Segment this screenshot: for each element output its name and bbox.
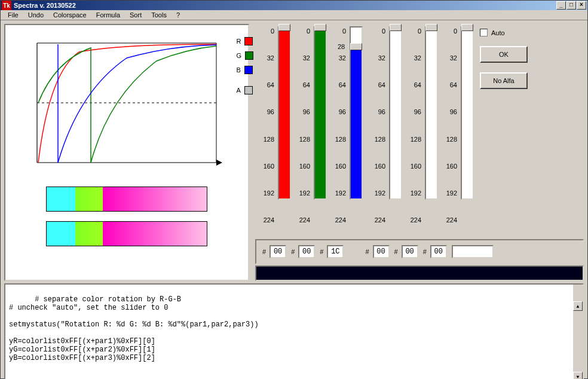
tick-label: 64: [291, 81, 314, 88]
gradient-preview-1: [46, 187, 207, 212]
close-button[interactable]: ×: [577, 1, 586, 10]
menubar: File Undo Colorspace Formula Sort Tools …: [1, 10, 587, 20]
tick-label: 64: [438, 81, 461, 88]
titlebar: Tk Spectra v. 20130522 _ □ ×: [1, 1, 587, 10]
tick-label: 0: [438, 27, 461, 35]
curve-graph: [25, 37, 228, 175]
ok-button[interactable]: OK: [480, 46, 528, 63]
hex-input-row: # # # # # #: [255, 239, 584, 264]
r-slider[interactable]: [278, 26, 291, 200]
r-slider-thumb[interactable]: [278, 24, 290, 31]
g-slider[interactable]: [314, 26, 327, 200]
tick-label: 160: [291, 163, 314, 170]
no-alfa-button[interactable]: No Alfa: [480, 72, 528, 89]
menu-sort[interactable]: Sort: [125, 10, 146, 20]
tick-label: 160: [327, 163, 350, 170]
maximize-button[interactable]: □: [566, 1, 576, 10]
tick-label: 96: [291, 108, 314, 115]
menu-undo[interactable]: Undo: [23, 10, 48, 20]
scroll-down-icon[interactable]: ▼: [573, 372, 583, 379]
tick-label: 128: [327, 136, 350, 143]
tick-label: 128: [291, 136, 314, 143]
formula-code-editor[interactable]: # separate color rotation by R-G-B # unc…: [4, 283, 584, 379]
svg-marker-2: [216, 160, 222, 166]
tick-label: 32: [327, 54, 350, 62]
tick-label: 96: [366, 108, 389, 115]
tick-label: 192: [291, 189, 314, 197]
tick-label: 160: [255, 163, 278, 170]
slider-4[interactable]: [389, 26, 402, 200]
tick-label: 64: [327, 81, 350, 88]
slider-5-thumb[interactable]: [425, 24, 437, 31]
tick-label: 32: [366, 54, 389, 62]
scroll-up-icon[interactable]: ▲: [573, 301, 583, 311]
menu-colorspace[interactable]: Colorspace: [48, 10, 91, 20]
tick-label: 0: [366, 27, 389, 35]
tick-label: 192: [366, 189, 389, 197]
app-icon: Tk: [2, 1, 11, 10]
color-swatch-input[interactable]: [452, 245, 494, 258]
graph-panel: R G B A: [4, 24, 249, 281]
slider-4-thumb[interactable]: [390, 24, 402, 31]
tick-label: 224: [327, 216, 350, 224]
tick-label: 192: [255, 189, 278, 197]
b-slider-thumb[interactable]: [350, 43, 362, 50]
hex-g-input[interactable]: [298, 245, 315, 258]
code-scrollbar[interactable]: ▲ ▼: [573, 285, 583, 379]
tick-label: 32: [438, 54, 461, 62]
tick-label: 128: [366, 136, 389, 143]
gradient-preview-2: [46, 221, 207, 246]
hex-4-input[interactable]: [373, 245, 390, 258]
hex-b-input[interactable]: [327, 245, 344, 258]
tick-label: 160: [438, 163, 461, 170]
tick-label: 96: [438, 108, 461, 115]
menu-tools[interactable]: Tools: [146, 10, 172, 20]
tick-label: 0: [327, 27, 350, 35]
tick-label: 96: [402, 108, 425, 115]
tick-label: 0: [402, 27, 425, 35]
slider-6[interactable]: [461, 26, 474, 200]
tick-label: 128: [438, 136, 461, 143]
tick-label: 32: [255, 54, 278, 62]
a-color-box: [244, 86, 253, 94]
slider-value-indicator: 28: [338, 43, 345, 50]
tick-label: 128: [255, 136, 278, 143]
menu-file[interactable]: File: [3, 10, 23, 20]
r-color-box: [244, 37, 253, 45]
slider-5[interactable]: [425, 26, 438, 200]
legend-g: G: [236, 51, 253, 60]
tick-label: 224: [438, 216, 461, 224]
tick-label: 160: [366, 163, 389, 170]
tick-label: 32: [291, 54, 314, 62]
tick-label: 192: [402, 189, 425, 197]
auto-checkbox[interactable]: [480, 29, 488, 36]
tick-label: 64: [402, 81, 425, 88]
tick-label: 192: [327, 189, 350, 197]
b-slider[interactable]: 28: [350, 26, 363, 200]
hex-5-input[interactable]: [402, 245, 418, 258]
tick-label: 64: [366, 81, 389, 88]
tick-label: 128: [402, 136, 425, 143]
legend-a: A: [236, 86, 253, 94]
b-color-box: [244, 66, 253, 74]
tick-label: 224: [402, 216, 425, 224]
tick-label: 64: [255, 81, 278, 88]
legend-b: B: [236, 66, 253, 74]
hex-6-input[interactable]: [430, 245, 447, 258]
hex-r-input[interactable]: [270, 245, 286, 258]
menu-formula[interactable]: Formula: [91, 10, 125, 20]
tick-label: 224: [255, 216, 278, 224]
tick-label: 224: [366, 216, 389, 224]
menu-help[interactable]: ?: [172, 10, 185, 20]
tick-label: 0: [291, 27, 314, 35]
slider-6-thumb[interactable]: [461, 24, 473, 31]
legend-r: R: [236, 37, 253, 45]
tick-label: 96: [255, 108, 278, 115]
tick-label: 192: [438, 189, 461, 197]
g-slider-thumb[interactable]: [314, 24, 326, 31]
tick-label: 96: [327, 108, 350, 115]
minimize-button[interactable]: _: [556, 1, 566, 10]
tick-label: 224: [291, 216, 314, 224]
result-color-strip: [255, 265, 584, 281]
tick-label: 0: [255, 27, 278, 35]
